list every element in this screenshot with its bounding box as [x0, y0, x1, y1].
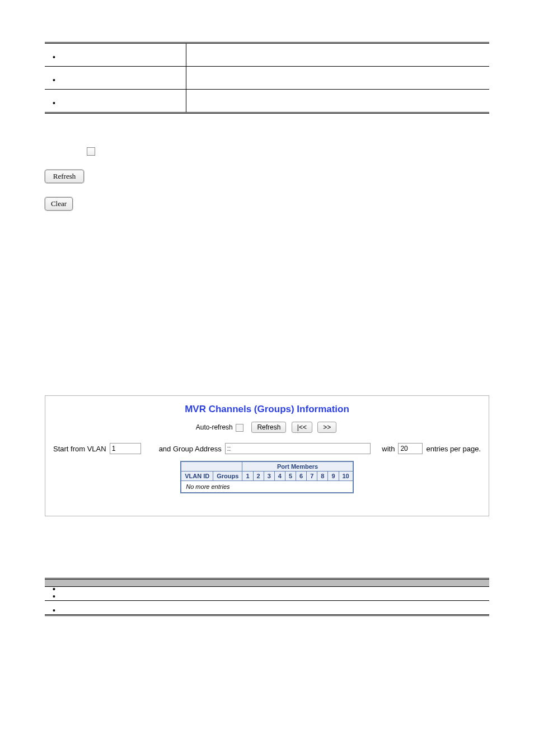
def-row-desc [186, 90, 490, 113]
def-row-term [45, 67, 186, 90]
def-row-term [45, 43, 186, 67]
def2-term [45, 587, 176, 601]
col-port: 8 [317, 472, 328, 481]
def-row-term [45, 90, 186, 113]
mvr-groups-table: Port Members VLAN ID Groups 1 2 3 4 5 6 … [180, 461, 354, 493]
clear-button[interactable]: Clear [45, 197, 73, 211]
def-row-desc [186, 67, 490, 90]
def2-head-left [45, 579, 176, 587]
start-vlan-input[interactable] [110, 443, 141, 454]
table-head-port-members: Port Members [242, 461, 353, 472]
next-page-button[interactable]: >> [317, 422, 336, 433]
autorefresh-checkbox[interactable] [236, 424, 243, 432]
entries-per-page-input[interactable] [398, 443, 423, 454]
def2-term [45, 601, 176, 615]
table-head-blank [181, 461, 242, 472]
col-port: 3 [264, 472, 274, 481]
entries-per-page-suffix: entries per page. [426, 445, 481, 453]
col-port: 5 [285, 472, 296, 481]
definition-table-top [45, 42, 489, 114]
col-port: 7 [307, 472, 317, 481]
def2-desc [176, 601, 489, 615]
col-port: 10 [339, 472, 353, 481]
col-vlan-id: VLAN ID [181, 472, 213, 481]
col-groups: Groups [213, 472, 242, 481]
with-label: with [382, 445, 395, 453]
start-vlan-label: Start from VLAN [53, 445, 106, 453]
refresh-button[interactable]: Refresh [251, 422, 286, 433]
def2-head-right [176, 579, 489, 587]
def-row-desc [186, 43, 490, 67]
mvr-screenshot-panel: MVR Channels (Groups) Information Auto-r… [45, 395, 489, 516]
group-address-input[interactable] [225, 443, 371, 454]
autorefresh-label: Auto-refresh [196, 423, 233, 431]
query-row: Start from VLAN and Group Address with e… [53, 443, 481, 454]
col-port: 6 [296, 472, 307, 481]
group-address-label: and Group Address [159, 445, 222, 453]
definition-table-bottom [45, 578, 489, 616]
autorefresh-checkbox[interactable] [87, 147, 95, 156]
col-port: 2 [253, 472, 264, 481]
def2-desc [176, 587, 489, 601]
first-page-button[interactable]: |<< [292, 422, 312, 433]
refresh-button[interactable]: Refresh [45, 170, 84, 183]
col-port: 9 [328, 472, 339, 481]
panel-title: MVR Channels (Groups) Information [53, 404, 481, 415]
col-port: 1 [242, 472, 253, 481]
col-port: 4 [274, 472, 285, 481]
button-illustration-block: Refresh Clear [45, 147, 489, 211]
table-empty-row: No more entries [181, 481, 353, 493]
panel-toolbar: Auto-refresh Refresh |<< >> [53, 422, 481, 433]
